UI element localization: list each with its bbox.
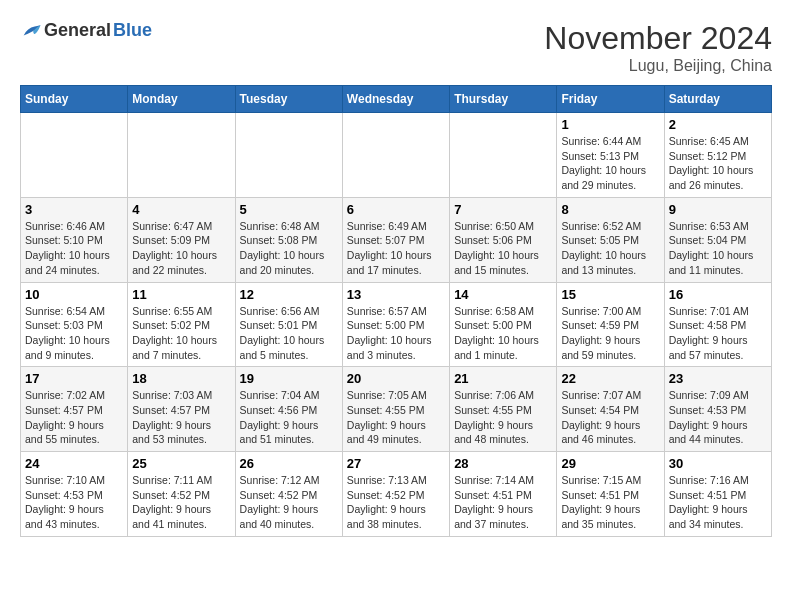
calendar-cell: 26Sunrise: 7:12 AMSunset: 4:52 PMDayligh… xyxy=(235,452,342,537)
day-number: 10 xyxy=(25,287,123,302)
calendar-cell: 4Sunrise: 6:47 AMSunset: 5:09 PMDaylight… xyxy=(128,197,235,282)
day-number: 5 xyxy=(240,202,338,217)
calendar-cell: 19Sunrise: 7:04 AMSunset: 4:56 PMDayligh… xyxy=(235,367,342,452)
day-info: Sunrise: 7:03 AMSunset: 4:57 PMDaylight:… xyxy=(132,388,230,447)
day-number: 23 xyxy=(669,371,767,386)
day-info: Sunrise: 6:50 AMSunset: 5:06 PMDaylight:… xyxy=(454,219,552,278)
calendar-cell xyxy=(342,113,449,198)
day-info: Sunrise: 6:54 AMSunset: 5:03 PMDaylight:… xyxy=(25,304,123,363)
day-info: Sunrise: 7:10 AMSunset: 4:53 PMDaylight:… xyxy=(25,473,123,532)
month-title: November 2024 xyxy=(544,20,772,57)
calendar-cell xyxy=(21,113,128,198)
page-header: General Blue November 2024 Lugu, Beijing… xyxy=(20,20,772,75)
day-info: Sunrise: 6:45 AMSunset: 5:12 PMDaylight:… xyxy=(669,134,767,193)
day-info: Sunrise: 7:16 AMSunset: 4:51 PMDaylight:… xyxy=(669,473,767,532)
calendar-cell: 3Sunrise: 6:46 AMSunset: 5:10 PMDaylight… xyxy=(21,197,128,282)
day-number: 24 xyxy=(25,456,123,471)
weekday-header-monday: Monday xyxy=(128,86,235,113)
day-info: Sunrise: 7:02 AMSunset: 4:57 PMDaylight:… xyxy=(25,388,123,447)
calendar-cell: 9Sunrise: 6:53 AMSunset: 5:04 PMDaylight… xyxy=(664,197,771,282)
location-text: Lugu, Beijing, China xyxy=(544,57,772,75)
day-info: Sunrise: 7:15 AMSunset: 4:51 PMDaylight:… xyxy=(561,473,659,532)
calendar-cell: 16Sunrise: 7:01 AMSunset: 4:58 PMDayligh… xyxy=(664,282,771,367)
calendar-cell: 6Sunrise: 6:49 AMSunset: 5:07 PMDaylight… xyxy=(342,197,449,282)
day-info: Sunrise: 7:07 AMSunset: 4:54 PMDaylight:… xyxy=(561,388,659,447)
day-info: Sunrise: 6:53 AMSunset: 5:04 PMDaylight:… xyxy=(669,219,767,278)
day-number: 11 xyxy=(132,287,230,302)
day-info: Sunrise: 6:49 AMSunset: 5:07 PMDaylight:… xyxy=(347,219,445,278)
calendar-week-row: 1Sunrise: 6:44 AMSunset: 5:13 PMDaylight… xyxy=(21,113,772,198)
calendar-cell xyxy=(128,113,235,198)
logo-general-text: General xyxy=(44,20,111,41)
calendar-cell: 29Sunrise: 7:15 AMSunset: 4:51 PMDayligh… xyxy=(557,452,664,537)
calendar-cell: 14Sunrise: 6:58 AMSunset: 5:00 PMDayligh… xyxy=(450,282,557,367)
day-number: 8 xyxy=(561,202,659,217)
weekday-header-saturday: Saturday xyxy=(664,86,771,113)
day-info: Sunrise: 7:12 AMSunset: 4:52 PMDaylight:… xyxy=(240,473,338,532)
day-number: 18 xyxy=(132,371,230,386)
calendar-cell: 23Sunrise: 7:09 AMSunset: 4:53 PMDayligh… xyxy=(664,367,771,452)
day-number: 9 xyxy=(669,202,767,217)
day-number: 29 xyxy=(561,456,659,471)
calendar-cell: 13Sunrise: 6:57 AMSunset: 5:00 PMDayligh… xyxy=(342,282,449,367)
calendar-cell: 25Sunrise: 7:11 AMSunset: 4:52 PMDayligh… xyxy=(128,452,235,537)
day-number: 26 xyxy=(240,456,338,471)
weekday-header-sunday: Sunday xyxy=(21,86,128,113)
day-info: Sunrise: 7:01 AMSunset: 4:58 PMDaylight:… xyxy=(669,304,767,363)
calendar-table: SundayMondayTuesdayWednesdayThursdayFrid… xyxy=(20,85,772,537)
day-info: Sunrise: 6:56 AMSunset: 5:01 PMDaylight:… xyxy=(240,304,338,363)
day-info: Sunrise: 6:57 AMSunset: 5:00 PMDaylight:… xyxy=(347,304,445,363)
calendar-cell: 28Sunrise: 7:14 AMSunset: 4:51 PMDayligh… xyxy=(450,452,557,537)
day-info: Sunrise: 7:05 AMSunset: 4:55 PMDaylight:… xyxy=(347,388,445,447)
calendar-cell: 8Sunrise: 6:52 AMSunset: 5:05 PMDaylight… xyxy=(557,197,664,282)
day-info: Sunrise: 6:58 AMSunset: 5:00 PMDaylight:… xyxy=(454,304,552,363)
day-info: Sunrise: 6:44 AMSunset: 5:13 PMDaylight:… xyxy=(561,134,659,193)
day-number: 13 xyxy=(347,287,445,302)
day-number: 12 xyxy=(240,287,338,302)
title-area: November 2024 Lugu, Beijing, China xyxy=(544,20,772,75)
calendar-cell: 5Sunrise: 6:48 AMSunset: 5:08 PMDaylight… xyxy=(235,197,342,282)
calendar-cell: 15Sunrise: 7:00 AMSunset: 4:59 PMDayligh… xyxy=(557,282,664,367)
calendar-cell xyxy=(450,113,557,198)
weekday-header-friday: Friday xyxy=(557,86,664,113)
calendar-week-row: 10Sunrise: 6:54 AMSunset: 5:03 PMDayligh… xyxy=(21,282,772,367)
day-number: 28 xyxy=(454,456,552,471)
day-number: 15 xyxy=(561,287,659,302)
day-info: Sunrise: 6:46 AMSunset: 5:10 PMDaylight:… xyxy=(25,219,123,278)
day-number: 27 xyxy=(347,456,445,471)
day-info: Sunrise: 7:11 AMSunset: 4:52 PMDaylight:… xyxy=(132,473,230,532)
weekday-header-wednesday: Wednesday xyxy=(342,86,449,113)
day-info: Sunrise: 6:48 AMSunset: 5:08 PMDaylight:… xyxy=(240,219,338,278)
day-number: 30 xyxy=(669,456,767,471)
day-info: Sunrise: 6:47 AMSunset: 5:09 PMDaylight:… xyxy=(132,219,230,278)
calendar-cell: 30Sunrise: 7:16 AMSunset: 4:51 PMDayligh… xyxy=(664,452,771,537)
day-number: 4 xyxy=(132,202,230,217)
day-number: 14 xyxy=(454,287,552,302)
day-info: Sunrise: 7:14 AMSunset: 4:51 PMDaylight:… xyxy=(454,473,552,532)
day-number: 3 xyxy=(25,202,123,217)
calendar-cell: 17Sunrise: 7:02 AMSunset: 4:57 PMDayligh… xyxy=(21,367,128,452)
day-number: 1 xyxy=(561,117,659,132)
day-number: 25 xyxy=(132,456,230,471)
calendar-cell: 21Sunrise: 7:06 AMSunset: 4:55 PMDayligh… xyxy=(450,367,557,452)
calendar-cell: 18Sunrise: 7:03 AMSunset: 4:57 PMDayligh… xyxy=(128,367,235,452)
logo-bird-icon xyxy=(20,22,42,40)
day-info: Sunrise: 7:13 AMSunset: 4:52 PMDaylight:… xyxy=(347,473,445,532)
day-info: Sunrise: 7:09 AMSunset: 4:53 PMDaylight:… xyxy=(669,388,767,447)
calendar-week-row: 3Sunrise: 6:46 AMSunset: 5:10 PMDaylight… xyxy=(21,197,772,282)
calendar-cell xyxy=(235,113,342,198)
day-info: Sunrise: 7:04 AMSunset: 4:56 PMDaylight:… xyxy=(240,388,338,447)
day-number: 22 xyxy=(561,371,659,386)
calendar-cell: 20Sunrise: 7:05 AMSunset: 4:55 PMDayligh… xyxy=(342,367,449,452)
calendar-cell: 11Sunrise: 6:55 AMSunset: 5:02 PMDayligh… xyxy=(128,282,235,367)
day-info: Sunrise: 6:52 AMSunset: 5:05 PMDaylight:… xyxy=(561,219,659,278)
calendar-week-row: 24Sunrise: 7:10 AMSunset: 4:53 PMDayligh… xyxy=(21,452,772,537)
calendar-cell: 12Sunrise: 6:56 AMSunset: 5:01 PMDayligh… xyxy=(235,282,342,367)
calendar-week-row: 17Sunrise: 7:02 AMSunset: 4:57 PMDayligh… xyxy=(21,367,772,452)
calendar-cell: 22Sunrise: 7:07 AMSunset: 4:54 PMDayligh… xyxy=(557,367,664,452)
day-info: Sunrise: 6:55 AMSunset: 5:02 PMDaylight:… xyxy=(132,304,230,363)
calendar-cell: 27Sunrise: 7:13 AMSunset: 4:52 PMDayligh… xyxy=(342,452,449,537)
day-number: 2 xyxy=(669,117,767,132)
day-info: Sunrise: 7:06 AMSunset: 4:55 PMDaylight:… xyxy=(454,388,552,447)
day-info: Sunrise: 7:00 AMSunset: 4:59 PMDaylight:… xyxy=(561,304,659,363)
